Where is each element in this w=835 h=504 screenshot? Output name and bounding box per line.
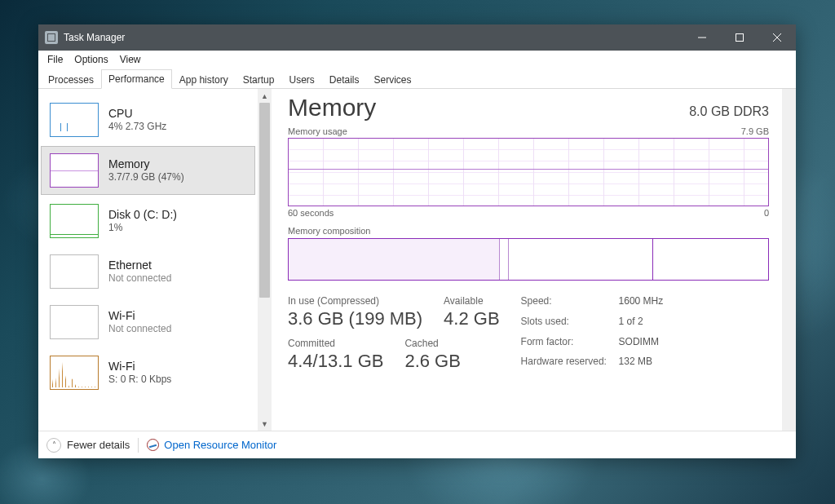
sidebar-item-label: Memory [108, 157, 184, 172]
form-key: Form factor: [521, 336, 619, 352]
tab-startup[interactable]: Startup [236, 70, 282, 89]
open-resource-monitor-link[interactable]: Open Resource Monitor [147, 439, 276, 451]
tab-processes[interactable]: Processes [41, 70, 101, 89]
maximize-button[interactable] [721, 24, 758, 51]
sidebar-item-label: Wi-Fi [108, 360, 171, 374]
sidebar-item-wifi-1[interactable]: Wi-Fi Not connected [41, 298, 255, 347]
tab-app-history[interactable]: App history [172, 70, 236, 89]
sidebar-item-sub: S: 0 R: 0 Kbps [108, 374, 171, 386]
committed-value: 4.4/13.1 GB [288, 351, 383, 372]
comp-seg-standby [509, 239, 652, 280]
window-title: Task Manager [64, 32, 125, 43]
hwres-value: 132 MB [619, 356, 664, 372]
available-value: 4.2 GB [444, 308, 499, 329]
axis-left: 60 seconds [288, 208, 334, 218]
comp-seg-free [653, 239, 768, 280]
memory-capacity: 8.0 GB DDR3 [689, 104, 769, 119]
resource-monitor-label: Open Resource Monitor [164, 439, 276, 451]
sidebar-item-cpu[interactable]: CPU 4% 2.73 GHz [41, 95, 255, 144]
sidebar-item-sub: Not connected [108, 272, 171, 285]
tab-performance[interactable]: Performance [101, 69, 172, 89]
sidebar: CPU 4% 2.73 GHz Memory 3.7/7.9 GB (47%) … [38, 89, 258, 431]
sidebar-item-ethernet[interactable]: Ethernet Not connected [41, 247, 255, 296]
tab-services[interactable]: Services [367, 70, 419, 89]
sidebar-item-sub: Not connected [108, 323, 171, 335]
cached-label: Cached [404, 338, 460, 349]
slots-key: Slots used: [521, 316, 619, 332]
speed-value: 1600 MHz [619, 295, 664, 312]
detail-pane: Memory 8.0 GB DDR3 Memory usage 7.9 GB 6… [272, 89, 782, 431]
tab-details[interactable]: Details [322, 70, 367, 89]
memory-composition-chart [288, 238, 769, 281]
sidebar-item-label: CPU [108, 107, 166, 122]
hwres-key: Hardware reserved: [521, 356, 619, 372]
close-button[interactable] [758, 24, 796, 51]
slots-value: 1 of 2 [619, 316, 664, 332]
page-title: Memory [288, 94, 376, 122]
menu-options[interactable]: Options [68, 51, 113, 68]
sidebar-item-label: Ethernet [108, 259, 171, 273]
sidebar-item-sub: 4% 2.73 GHz [108, 121, 166, 133]
titlebar[interactable]: Task Manager [38, 24, 796, 51]
menu-view[interactable]: View [114, 51, 147, 68]
sidebar-item-sub: 1% [108, 222, 177, 234]
inuse-value: 3.6 GB (199 MB) [288, 308, 422, 329]
comp-seg-modified [500, 239, 510, 280]
scroll-up-icon[interactable]: ▲ [258, 89, 272, 103]
scroll-thumb[interactable] [259, 103, 270, 298]
sidebar-scrollbar[interactable]: ▲ ▼ [258, 89, 272, 431]
task-manager-window: Task Manager File Options View Processes… [38, 24, 796, 458]
tabstrip: Processes Performance App history Startu… [38, 69, 796, 89]
composition-label: Memory composition [288, 226, 769, 236]
comp-seg-inuse [289, 239, 500, 280]
scroll-down-icon[interactable]: ▼ [258, 417, 272, 431]
fewer-details-label: Fewer details [67, 439, 130, 451]
axis-right: 0 [764, 208, 769, 218]
divider [138, 438, 139, 453]
sidebar-item-memory[interactable]: Memory 3.7/7.9 GB (47%) [41, 146, 255, 195]
cpu-thumb-icon [50, 103, 99, 137]
available-label: Available [444, 295, 499, 307]
sidebar-item-sub: 3.7/7.9 GB (47%) [108, 171, 184, 183]
svg-rect-1 [736, 34, 744, 42]
ethernet-thumb-icon [50, 254, 99, 289]
disk-thumb-icon [50, 204, 99, 238]
sidebar-item-wifi-2[interactable]: Wi-Fi S: 0 R: 0 Kbps [41, 348, 255, 397]
memory-thumb-icon [50, 153, 99, 188]
minimize-button[interactable] [683, 24, 721, 51]
cached-value: 2.6 GB [404, 351, 460, 372]
chevron-up-icon: ˄ [46, 438, 61, 453]
sidebar-item-label: Wi-Fi [108, 309, 171, 324]
usage-chart-label: Memory usage [288, 126, 347, 136]
memory-spec-table: Speed:1600 MHz Slots used:1 of 2 Form fa… [521, 295, 664, 372]
resource-monitor-icon [147, 439, 159, 451]
committed-label: Committed [288, 338, 383, 349]
inuse-label: In use (Compressed) [288, 295, 422, 307]
footer: ˄ Fewer details Open Resource Monitor [38, 431, 796, 458]
wifi-thumb-icon [50, 305, 99, 339]
menu-file[interactable]: File [42, 51, 68, 68]
sidebar-item-disk0[interactable]: Disk 0 (C: D:) 1% [41, 197, 255, 245]
main-scrollbar[interactable] [782, 89, 796, 431]
form-value: SODIMM [619, 336, 664, 352]
speed-key: Speed: [521, 295, 619, 312]
window-controls [683, 24, 796, 51]
tab-users[interactable]: Users [281, 70, 321, 89]
usage-chart-max: 7.9 GB [741, 126, 769, 136]
sidebar-item-label: Disk 0 (C: D:) [108, 208, 177, 223]
memory-usage-chart [288, 138, 769, 206]
menubar: File Options View [38, 51, 796, 69]
app-icon [45, 31, 58, 44]
wifi-thumb-icon [50, 356, 99, 390]
fewer-details-button[interactable]: ˄ Fewer details [46, 438, 130, 453]
